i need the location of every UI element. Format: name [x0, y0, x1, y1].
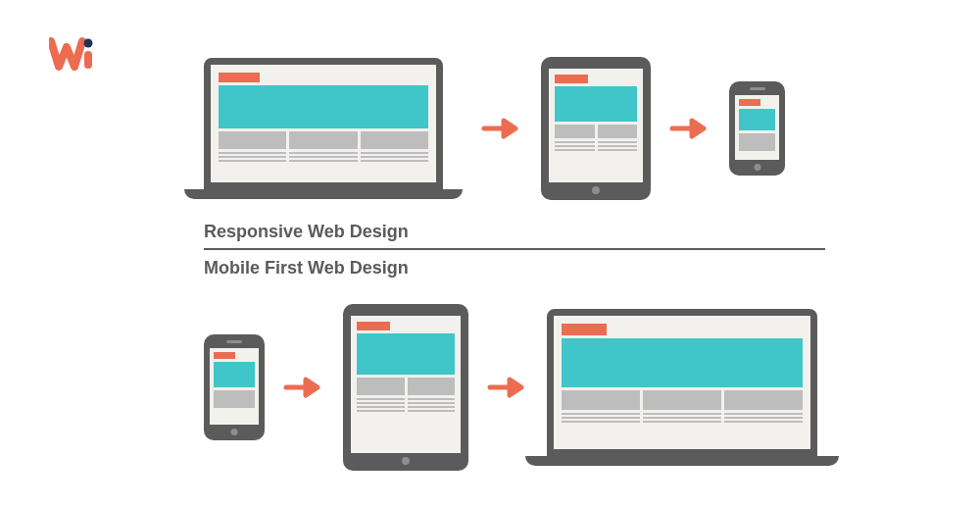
- tablet-device-icon: [343, 304, 468, 471]
- flow-responsive: [204, 57, 831, 200]
- svg-point-0: [84, 39, 93, 48]
- header-block: [219, 73, 260, 82]
- arrow-right-icon: [282, 376, 325, 399]
- label-mobile-first: Mobile First Web Design: [204, 258, 831, 279]
- content-columns: [219, 131, 428, 149]
- laptop-device-icon: [547, 309, 839, 466]
- laptop-device-icon: [204, 58, 463, 199]
- brand-logo: [49, 33, 100, 73]
- hero-block: [219, 85, 428, 128]
- svg-rect-1: [84, 51, 92, 69]
- arrow-right-icon: [480, 117, 523, 140]
- label-responsive: Responsive Web Design: [204, 222, 831, 242]
- phone-device-icon: [729, 81, 785, 176]
- arrow-right-icon: [486, 376, 529, 399]
- diagram: Responsive Web Design Mobile First Web D…: [204, 57, 831, 471]
- arrow-right-icon: [668, 117, 711, 140]
- section-divider: [204, 248, 825, 250]
- text-lines: [219, 152, 428, 162]
- phone-device-icon: [204, 334, 265, 440]
- tablet-device-icon: [541, 57, 651, 200]
- flow-mobile-first: [204, 304, 831, 471]
